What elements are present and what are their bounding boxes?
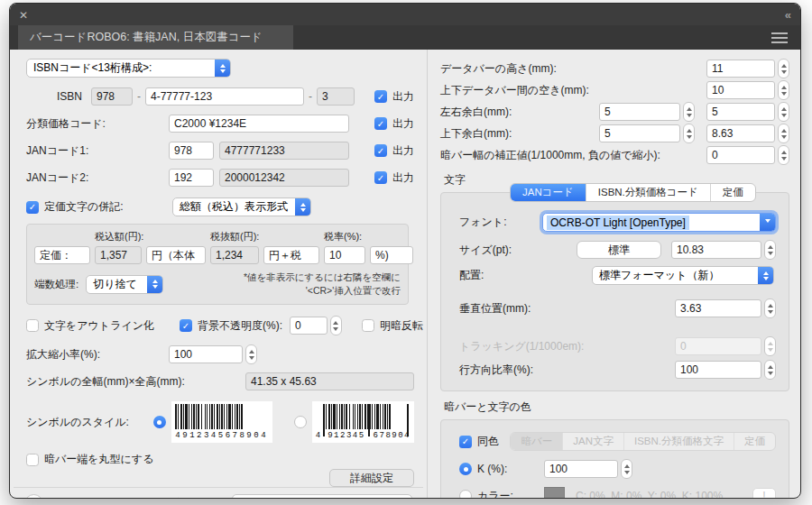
isbn-output-label: 出力 — [392, 89, 414, 105]
isbn-prefix-field[interactable] — [91, 87, 133, 106]
tax-incl-unit-field[interactable] — [146, 246, 206, 264]
outline-text-checkbox[interactable] — [26, 319, 39, 332]
scale-stepper[interactable] — [245, 344, 257, 364]
databar-gap-field[interactable] — [706, 81, 775, 99]
bar-width-correction-field[interactable] — [706, 146, 775, 164]
color-swatch[interactable] — [544, 487, 565, 499]
color-warning-button: ! — [752, 488, 776, 499]
details-button[interactable]: 詳細設定 — [329, 469, 414, 487]
align-select[interactable]: 標準フォーマット（新） — [592, 266, 774, 285]
tax-excl-header: 税抜額(円): — [210, 230, 319, 243]
panel-tab-title[interactable]: バーコードROBO6: 書籍JAN, 日本図書コード — [18, 25, 293, 50]
text-tabs: JANコード ISBN.分類価格コード 定価 — [510, 183, 756, 202]
scale-field[interactable] — [169, 345, 243, 363]
jan2-prefix-field[interactable] — [169, 169, 214, 187]
databar-height-field[interactable] — [706, 60, 775, 78]
k-percent-stepper[interactable] — [621, 459, 632, 479]
line-ratio-stepper[interactable] — [764, 360, 776, 380]
lr-margin-field1[interactable] — [599, 103, 680, 121]
symbol-style2-preview[interactable]: 4 912345 678904 — [312, 401, 414, 443]
standard-size-button[interactable]: 標準 — [577, 241, 661, 259]
line-ratio-label: 行方向比率(%): — [459, 363, 533, 378]
tax-incl-header: 税込額(円): — [95, 230, 206, 243]
barcode2-left-digits: 912345 — [328, 431, 364, 440]
color-target-tabs: 暗バー JAN文字 ISBN.分類価格文字 定価 — [510, 432, 776, 451]
jan1-prefix-field[interactable] — [169, 142, 214, 160]
tab-jan-text: JAN文字 — [562, 433, 623, 450]
size-field[interactable] — [671, 241, 761, 259]
chevron-down-icon — [760, 214, 775, 231]
list-price-text-checkbox[interactable] — [26, 201, 39, 214]
left-column: ISBNコード<13桁構成>: ISBN - - 出力 分類価格コード: — [10, 50, 428, 498]
tax-excl-field[interactable] — [210, 246, 259, 264]
tab-list-price[interactable]: 定価 — [710, 184, 755, 201]
symbol-style2-radio[interactable] — [294, 416, 307, 428]
jan1-value-field[interactable] — [219, 142, 349, 160]
class-price-field[interactable] — [169, 115, 349, 133]
live-checkbox[interactable] — [128, 498, 141, 499]
bg-opacity-stepper[interactable] — [330, 316, 342, 335]
symbol-style1-preview[interactable]: 4912345678904 — [171, 401, 272, 443]
jan2-value-field[interactable] — [219, 169, 349, 187]
panel-menu-icon[interactable] — [771, 32, 788, 43]
lr-margin-field2[interactable] — [706, 103, 775, 121]
symbol-style-label: シンボルのスタイル: — [26, 415, 153, 430]
scale-label: 拡大縮小率(%): — [26, 347, 169, 363]
size-stepper[interactable] — [764, 240, 776, 260]
isbn-output-checkbox[interactable] — [374, 90, 387, 103]
price-caption-field[interactable] — [34, 246, 90, 264]
custom-color-radio[interactable] — [459, 490, 472, 499]
price-format-select[interactable]: 総額（税込）表示形式 — [172, 197, 311, 216]
jan2-output-checkbox[interactable] — [374, 171, 387, 184]
lr-margin-stepper2[interactable] — [778, 102, 789, 122]
tb-margin-field1[interactable] — [599, 124, 680, 142]
code-type-value: ISBNコード<13桁構成>: — [27, 60, 215, 76]
symbol-style1-radio[interactable] — [153, 416, 166, 428]
color-group: 同色 暗バー JAN文字 ISBN.分類価格文字 定価 K (%): — [440, 419, 789, 499]
tax-rate-header: 税率(%): — [324, 230, 413, 243]
round-bar-ends-checkbox[interactable] — [26, 454, 39, 466]
databar-gap-stepper[interactable] — [778, 80, 789, 100]
font-combo[interactable]: OCRB-OT Light [OpenType] — [542, 213, 776, 232]
close-icon[interactable] — [19, 6, 28, 23]
jan1-output-checkbox[interactable] — [374, 144, 387, 157]
invert-checkbox[interactable] — [362, 319, 374, 332]
play-button[interactable]: 再生 — [232, 494, 412, 499]
k-percent-radio[interactable] — [459, 463, 472, 475]
tab-price-text: 定価 — [734, 433, 775, 450]
price-note-line2: '<CR>'挿入位置で改行 — [163, 284, 401, 298]
class-price-output-checkbox[interactable] — [374, 117, 387, 130]
tab-isbn-class-price[interactable]: ISBN.分類価格コード — [586, 184, 710, 201]
same-color-checkbox[interactable] — [459, 436, 472, 448]
size-label: サイズ(pt): — [459, 243, 512, 258]
collapse-panel-icon[interactable] — [785, 6, 791, 23]
round-bar-ends-label: 暗バー端を丸型にする — [44, 452, 153, 467]
databar-height-stepper[interactable] — [778, 59, 789, 78]
tb-margin-field2[interactable] — [706, 124, 775, 142]
help-button[interactable]: ? — [24, 494, 43, 499]
tab-jan-code[interactable]: JANコード — [511, 184, 586, 201]
isbn-body-field[interactable] — [145, 87, 304, 106]
lr-margin-stepper1[interactable] — [683, 102, 695, 122]
isbn-label: ISBN — [26, 90, 91, 103]
bg-opacity-checkbox[interactable] — [180, 319, 192, 332]
price-note-line1: *値を非表示にするには右隣を空欄に — [163, 271, 401, 284]
vpos-label: 垂直位置(mm): — [459, 301, 531, 317]
isbn-checkdigit-field[interactable] — [317, 87, 355, 106]
tax-excl-unit-field[interactable] — [263, 246, 319, 264]
line-ratio-field[interactable] — [675, 361, 761, 379]
k-percent-field[interactable] — [544, 460, 618, 478]
vpos-stepper[interactable] — [764, 298, 776, 318]
tax-rate-field[interactable] — [324, 246, 365, 264]
vpos-field[interactable] — [675, 299, 761, 317]
tax-incl-field[interactable] — [95, 246, 142, 264]
jan1-output-label: 出力 — [392, 143, 414, 159]
tb-margin-stepper2[interactable] — [778, 124, 789, 143]
bar-width-correction-stepper[interactable] — [778, 145, 789, 165]
tb-margin-stepper1[interactable] — [683, 124, 695, 143]
tax-rate-unit-field[interactable] — [370, 246, 413, 264]
code-type-select[interactable]: ISBNコード<13桁構成>: — [26, 59, 231, 78]
rounding-value: 切り捨て — [87, 277, 147, 292]
bg-opacity-field[interactable] — [290, 317, 328, 335]
rounding-select[interactable]: 切り捨て — [86, 275, 163, 294]
